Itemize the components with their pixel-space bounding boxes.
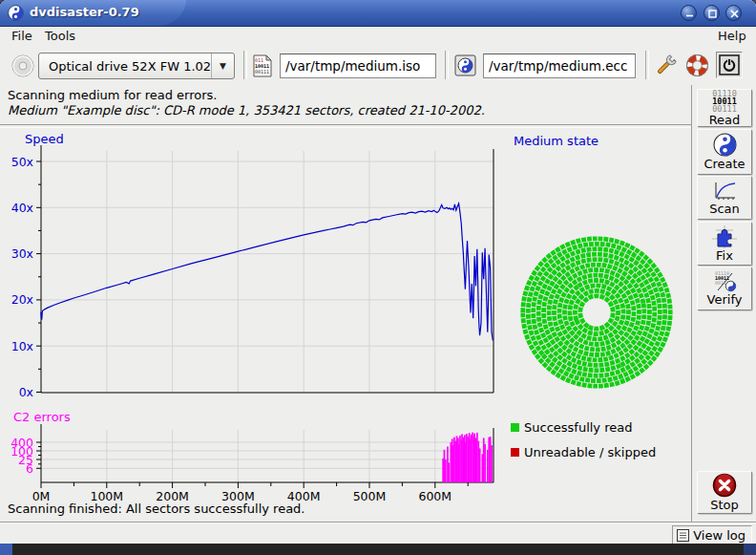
window-bottom-border xyxy=(0,544,756,555)
maximize-button[interactable] xyxy=(704,5,720,21)
stop-button-label: Stop xyxy=(710,498,739,512)
status-message: Scanning finished: All sectors successfu… xyxy=(8,502,305,516)
stop-button[interactable]: Stop xyxy=(697,471,752,514)
svg-text:0x: 0x xyxy=(19,385,33,399)
yin-yang-icon xyxy=(713,133,737,157)
create-button[interactable]: Create xyxy=(697,129,752,175)
toolbar-separator xyxy=(243,51,247,79)
footer-bar: View log xyxy=(0,523,756,544)
svg-text:00111: 00111 xyxy=(255,69,269,75)
menu-file[interactable]: File xyxy=(11,29,32,43)
stop-red-x-icon xyxy=(712,473,737,498)
read-button[interactable]: 01110 10011 00111 Read xyxy=(697,89,752,127)
toolbar-separator xyxy=(645,51,649,79)
svg-text:10x: 10x xyxy=(11,339,33,353)
ecc-file-icon xyxy=(454,54,476,76)
app-window: dvdisaster-0.79 File Tools Help Optical … xyxy=(0,0,756,555)
create-button-label: Create xyxy=(704,157,745,171)
read-button-label: Read xyxy=(709,113,741,127)
legend-unreadable-swatch xyxy=(511,448,519,457)
svg-text:40x: 40x xyxy=(11,201,33,215)
menu-help[interactable]: Help xyxy=(718,29,746,43)
resize-corner-left[interactable] xyxy=(0,544,12,555)
svg-text:500M: 500M xyxy=(353,489,387,503)
svg-text:30x: 30x xyxy=(11,246,33,261)
close-button[interactable] xyxy=(725,5,742,21)
scan-button[interactable]: Scan xyxy=(697,176,752,220)
menu-tools[interactable]: Tools xyxy=(45,29,75,43)
fix-button[interactable]: Fix xyxy=(697,222,752,266)
legend-read-label: Successfully read xyxy=(524,420,632,435)
titlebar[interactable]: dvdisaster-0.79 xyxy=(0,0,756,27)
view-log-button[interactable]: View log xyxy=(672,525,752,545)
fix-button-label: Fix xyxy=(716,248,733,263)
window-title: dvdisaster-0.79 xyxy=(30,5,139,19)
verify-button-label: Verify xyxy=(707,292,743,307)
minimize-button[interactable] xyxy=(681,5,697,21)
scan-button-label: Scan xyxy=(709,202,740,216)
list-icon xyxy=(676,528,690,543)
quit-button[interactable] xyxy=(716,52,743,78)
toolbar: Optical drive 52X FW 1.02 ▼ 011 10011 00… xyxy=(0,45,756,86)
legend-unreadable: Unreadable / skipped xyxy=(511,445,656,459)
preferences-wrench-icon[interactable] xyxy=(653,53,679,78)
iso-file-icon: 011 10011 00111 xyxy=(252,54,273,77)
legend-read: Successfully read xyxy=(511,420,632,435)
main-content: Scanning medium for read errors. Medium … xyxy=(0,85,691,523)
legend-unreadable-label: Unreadable / skipped xyxy=(524,445,656,459)
resize-corner-right[interactable] xyxy=(744,544,756,555)
svg-text:600M: 600M xyxy=(418,489,452,503)
legend-read-swatch xyxy=(511,423,519,432)
chevron-down-icon: ▼ xyxy=(211,53,234,78)
ecc-file-input[interactable] xyxy=(483,53,636,78)
cd-disc-icon xyxy=(10,53,35,78)
svg-text:400: 400 xyxy=(10,436,33,450)
binary-slash-yinyang-icon: 01110 10011 00111 xyxy=(713,270,737,292)
power-icon xyxy=(717,53,742,77)
binary-rows-icon: 01110 10011 00111 xyxy=(712,90,737,113)
menubar: File Tools Help xyxy=(0,27,756,45)
action-sidebar: 01110 10011 00111 Read Create Scan xyxy=(691,85,756,523)
iso-file-input[interactable] xyxy=(280,53,436,78)
svg-text:20x: 20x xyxy=(11,292,33,307)
help-lifebuoy-icon[interactable] xyxy=(684,53,710,78)
view-log-label: View log xyxy=(693,528,746,543)
toolbar-separator xyxy=(445,51,449,79)
verify-button[interactable]: 01110 10011 00111 Verify xyxy=(697,267,752,310)
mini-chart-icon xyxy=(712,181,737,202)
drive-select-value: Optical drive 52X FW 1.02 xyxy=(39,59,211,74)
drive-select[interactable]: Optical drive 52X FW 1.02 ▼ xyxy=(38,53,235,79)
svg-text:50x: 50x xyxy=(11,155,33,169)
puzzle-icon xyxy=(712,225,737,248)
app-yin-yang-icon xyxy=(8,5,24,21)
